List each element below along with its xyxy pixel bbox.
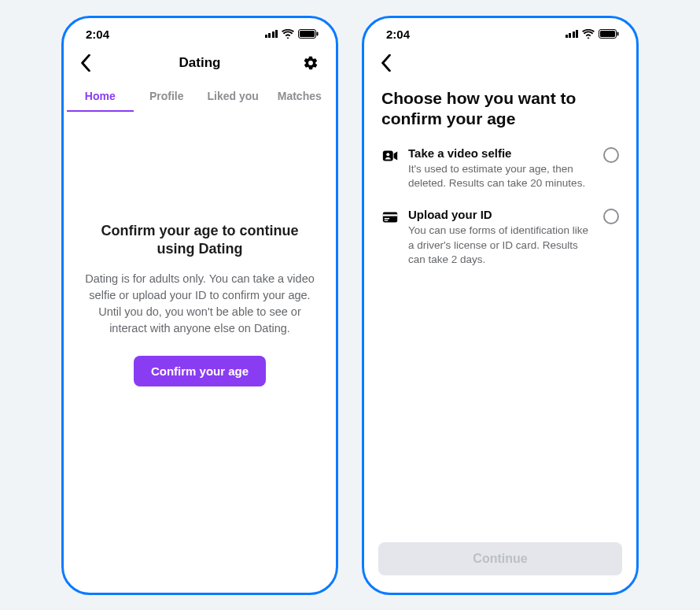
radio-button[interactable] bbox=[603, 147, 619, 163]
svg-rect-5 bbox=[617, 32, 619, 36]
footer: Continue bbox=[364, 531, 636, 593]
option-body: Take a video selfie It's used to estimat… bbox=[408, 146, 594, 190]
option-body: Upload your ID You can use forms of iden… bbox=[408, 208, 594, 267]
status-icons bbox=[566, 29, 620, 39]
gear-icon bbox=[303, 55, 319, 71]
status-bar: 2:04 bbox=[64, 18, 336, 44]
main-content: Confirm your age to continue using Datin… bbox=[64, 112, 336, 593]
continue-button[interactable]: Continue bbox=[378, 542, 622, 575]
tab-home[interactable]: Home bbox=[67, 83, 134, 112]
back-button[interactable] bbox=[75, 52, 97, 74]
option-desc: It's used to estimate your age, then del… bbox=[408, 162, 594, 190]
status-time: 2:04 bbox=[86, 28, 109, 41]
cellular-icon bbox=[265, 30, 278, 38]
main-content: Choose how you want to confirm your age … bbox=[364, 80, 636, 531]
nav-bar bbox=[364, 44, 636, 80]
back-button[interactable] bbox=[375, 52, 397, 74]
svg-rect-2 bbox=[317, 32, 319, 36]
status-bar: 2:04 bbox=[364, 18, 636, 44]
nav-bar: Dating bbox=[64, 44, 336, 80]
settings-button[interactable] bbox=[300, 52, 322, 74]
tab-liked-you[interactable]: Liked you bbox=[200, 83, 267, 112]
id-card-icon bbox=[381, 209, 399, 226]
option-title: Upload your ID bbox=[408, 208, 594, 221]
tab-profile[interactable]: Profile bbox=[134, 83, 201, 112]
option-upload-id[interactable]: Upload your ID You can use forms of iden… bbox=[381, 208, 619, 267]
svg-point-7 bbox=[386, 153, 389, 156]
svg-rect-11 bbox=[385, 220, 389, 221]
confirm-age-button[interactable]: Confirm your age bbox=[134, 356, 266, 386]
option-video-selfie[interactable]: Take a video selfie It's used to estimat… bbox=[381, 146, 619, 190]
video-selfie-icon bbox=[381, 147, 399, 165]
svg-rect-10 bbox=[385, 218, 389, 219]
page-title: Dating bbox=[64, 55, 336, 71]
choose-method-heading: Choose how you want to confirm your age bbox=[381, 88, 619, 130]
svg-rect-4 bbox=[600, 31, 615, 37]
status-icons bbox=[265, 29, 319, 39]
confirm-age-body: Dating is for adults only. You can take … bbox=[83, 271, 317, 337]
option-title: Take a video selfie bbox=[408, 146, 594, 160]
confirm-age-heading: Confirm your age to continue using Datin… bbox=[83, 222, 317, 259]
radio-button[interactable] bbox=[603, 209, 619, 224]
option-desc: You can use forms of identification like… bbox=[408, 224, 594, 267]
svg-rect-1 bbox=[300, 31, 315, 37]
chevron-left-icon bbox=[80, 54, 91, 72]
tabs: Home Profile Liked you Matches bbox=[64, 80, 336, 112]
battery-icon bbox=[298, 29, 319, 39]
cellular-icon bbox=[566, 30, 579, 38]
svg-rect-9 bbox=[383, 215, 397, 216]
wifi-icon bbox=[282, 29, 294, 39]
phone-screen-2: 2:04 Choose how you want to confirm your… bbox=[362, 16, 639, 595]
wifi-icon bbox=[582, 29, 595, 39]
status-time: 2:04 bbox=[386, 28, 410, 41]
chevron-left-icon bbox=[381, 54, 392, 72]
tab-matches[interactable]: Matches bbox=[267, 83, 333, 112]
battery-icon bbox=[599, 29, 619, 39]
phone-screen-1: 2:04 Dating Home Profile Liked you Match… bbox=[61, 16, 338, 595]
